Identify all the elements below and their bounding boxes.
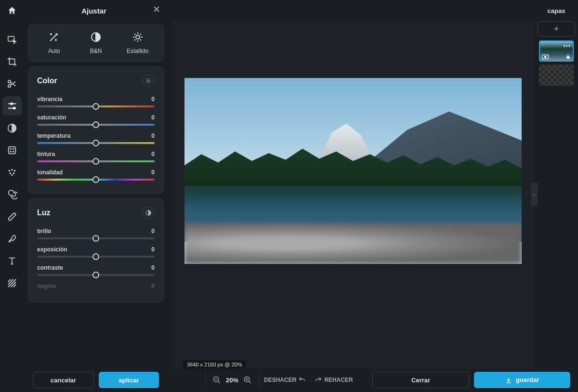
contrast-icon bbox=[7, 123, 17, 133]
quick-auto[interactable]: Auto bbox=[33, 31, 75, 54]
slider-track[interactable] bbox=[37, 142, 155, 144]
save-button[interactable]: guardar bbox=[474, 372, 570, 388]
slider-track[interactable] bbox=[37, 274, 155, 276]
tool-effects[interactable] bbox=[2, 141, 22, 160]
slider-value: 0 bbox=[151, 132, 155, 139]
canvas-image[interactable] bbox=[184, 78, 522, 264]
cursor-add-icon bbox=[7, 34, 17, 45]
slider-track[interactable] bbox=[37, 179, 155, 181]
tool-cut[interactable] bbox=[2, 74, 22, 93]
svg-point-15 bbox=[13, 172, 15, 174]
zoom-value[interactable]: 20% bbox=[226, 377, 238, 384]
close-button[interactable]: Cerrar bbox=[372, 372, 470, 388]
svg-point-20 bbox=[147, 80, 149, 82]
brush-icon bbox=[7, 234, 17, 244]
spiral-icon bbox=[7, 189, 17, 200]
zoom-controls: 20% bbox=[205, 372, 259, 388]
slider-label: brillo bbox=[37, 228, 51, 235]
tool-select[interactable] bbox=[2, 30, 22, 49]
scissors-icon bbox=[7, 78, 17, 89]
layers-panel: + ••• bbox=[538, 21, 575, 89]
slider-exposicion: exposición0 bbox=[37, 246, 155, 258]
crop-icon bbox=[7, 56, 17, 67]
half-circle-icon bbox=[90, 31, 102, 43]
panel-title: Ajustar bbox=[24, 7, 164, 15]
layers-collapse-handle[interactable]: › bbox=[531, 183, 538, 206]
slider-thumb[interactable] bbox=[92, 235, 99, 242]
section-luz-icon[interactable] bbox=[142, 207, 155, 219]
svg-point-7 bbox=[10, 148, 11, 149]
tool-brush[interactable] bbox=[2, 229, 22, 248]
layer-mask-icon bbox=[542, 54, 549, 59]
zoom-in-button[interactable] bbox=[243, 376, 252, 384]
hatch-icon bbox=[7, 278, 17, 288]
slider-vibrancia: vibrancia0 bbox=[37, 96, 155, 107]
slider-value: 0 bbox=[151, 169, 155, 176]
slider-label: saturación bbox=[37, 114, 66, 121]
zoom-out-button[interactable] bbox=[212, 376, 221, 384]
quick-auto-label: Auto bbox=[48, 48, 60, 54]
layer-thumb-2[interactable] bbox=[539, 65, 574, 86]
layers-panel-title: capas bbox=[535, 7, 578, 14]
quick-burst[interactable]: Estallido bbox=[117, 31, 158, 54]
tool-adjust[interactable] bbox=[2, 96, 22, 116]
slider-thumb[interactable] bbox=[92, 253, 99, 260]
zoom-out-icon bbox=[212, 376, 221, 384]
slider-track[interactable] bbox=[37, 160, 155, 162]
canvas-area[interactable] bbox=[171, 21, 535, 369]
undo-button[interactable]: DESHACER bbox=[264, 376, 306, 384]
slider-track[interactable] bbox=[37, 237, 155, 239]
layer-menu-icon[interactable]: ••• bbox=[563, 43, 571, 50]
tool-liquify[interactable] bbox=[2, 163, 22, 182]
slider-label: tintura bbox=[37, 151, 55, 157]
panel-footer: cancelar aplicar bbox=[28, 372, 164, 388]
slider-track[interactable] bbox=[37, 105, 155, 107]
layer-thumb-1[interactable]: ••• bbox=[539, 40, 574, 62]
svg-point-2 bbox=[8, 85, 11, 88]
text-icon bbox=[7, 256, 17, 266]
slider-track[interactable] bbox=[37, 256, 155, 258]
tool-spiral[interactable] bbox=[2, 185, 22, 204]
quick-bn[interactable]: B&N bbox=[75, 31, 117, 54]
slider-label: vibrancia bbox=[37, 96, 63, 103]
tool-crop[interactable] bbox=[2, 52, 22, 71]
section-color: Color vibrancia0 saturación0 temperatura… bbox=[28, 66, 164, 194]
slider-label: negros bbox=[37, 283, 56, 289]
slider-thumb[interactable] bbox=[92, 103, 99, 110]
slider-contraste: contraste0 bbox=[37, 264, 155, 276]
sliders-icon bbox=[7, 101, 17, 111]
slider-value: 0 bbox=[151, 228, 155, 235]
cancel-button[interactable]: cancelar bbox=[33, 372, 94, 388]
slider-value: 0 bbox=[151, 264, 155, 271]
slider-thumb[interactable] bbox=[92, 158, 99, 165]
svg-point-10 bbox=[13, 151, 14, 152]
adjust-panel: Auto B&N Estallido Color vibrancia0 satu… bbox=[28, 24, 164, 368]
apply-button[interactable]: aplicar bbox=[99, 372, 159, 388]
redo-icon bbox=[315, 376, 322, 384]
redo-button[interactable]: REHACER bbox=[315, 376, 353, 384]
quick-actions-row: Auto B&N Estallido bbox=[28, 24, 164, 62]
slider-label: tonalidad bbox=[37, 169, 63, 176]
slider-track[interactable] bbox=[37, 124, 155, 126]
tool-contrast[interactable] bbox=[2, 118, 22, 138]
section-color-settings[interactable] bbox=[142, 75, 155, 87]
tool-text[interactable] bbox=[2, 251, 22, 271]
dimensions-label: 3840 x 2160 px @ 20% bbox=[183, 360, 246, 369]
quick-burst-label: Estallido bbox=[127, 48, 148, 54]
slider-thumb[interactable] bbox=[92, 176, 99, 183]
slider-thumb[interactable] bbox=[92, 121, 99, 128]
home-button[interactable] bbox=[0, 0, 24, 21]
panel-close-button[interactable] bbox=[153, 6, 160, 13]
tool-pattern[interactable] bbox=[2, 274, 22, 293]
history-controls: DESHACER REHACER bbox=[264, 376, 353, 384]
svg-point-3 bbox=[11, 103, 13, 105]
svg-point-9 bbox=[10, 151, 11, 152]
slider-negros: negros0 bbox=[37, 283, 155, 289]
add-layer-button[interactable]: + bbox=[538, 21, 575, 37]
slider-thumb[interactable] bbox=[92, 140, 99, 146]
bottom-bar: 20% DESHACER REHACER Cerrar guardar bbox=[171, 372, 575, 388]
svg-point-14 bbox=[10, 172, 12, 174]
tool-heal[interactable] bbox=[2, 207, 22, 226]
section-luz: Luz brillo0 exposición0 contraste0 negro… bbox=[28, 198, 164, 302]
slider-thumb[interactable] bbox=[92, 272, 99, 278]
